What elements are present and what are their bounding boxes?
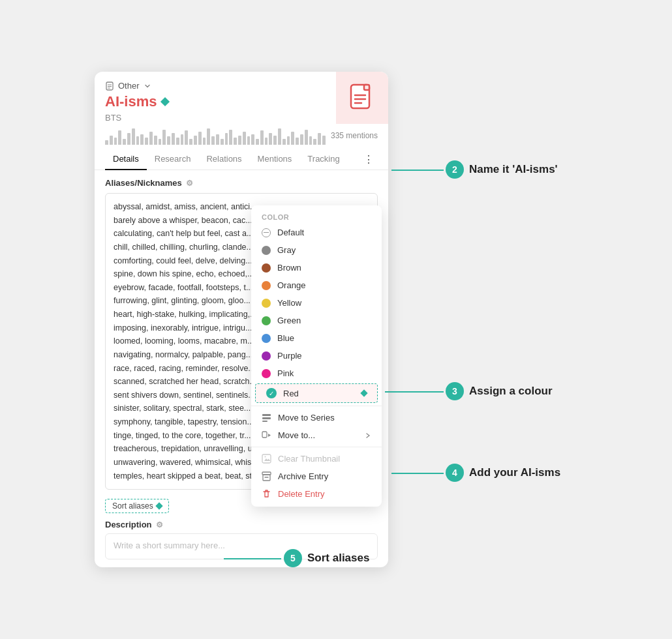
color-blue[interactable]: Blue <box>251 329 382 347</box>
annotation-5: 5 Sort aliases <box>284 549 369 567</box>
move-to-label: Move to... <box>278 430 315 440</box>
bar-segment <box>305 130 308 145</box>
pink-dot <box>262 369 271 378</box>
bar-segment <box>318 133 321 145</box>
gray-dot <box>262 246 271 255</box>
tab-details[interactable]: Details <box>105 149 147 170</box>
color-purple[interactable]: Purple <box>251 347 382 364</box>
bar-segment <box>313 139 316 145</box>
bar-segment <box>238 136 241 145</box>
clear-thumbnail-item[interactable]: Clear Thumbnail <box>251 450 382 468</box>
bar-segment <box>105 140 108 145</box>
color-brown[interactable]: Brown <box>251 259 382 276</box>
delete-entry-label: Delete Entry <box>278 489 325 499</box>
color-green-label: Green <box>277 316 301 325</box>
bar-segment <box>291 132 294 145</box>
annotation-badge-3: 3 <box>446 382 464 400</box>
sort-aliases-button[interactable]: Sort aliases <box>105 499 169 513</box>
color-red[interactable]: Red <box>255 383 378 403</box>
annotation-badge-5: 5 <box>284 549 302 567</box>
bar-segment <box>154 136 157 145</box>
connector-line-4 <box>391 473 444 474</box>
divider-1 <box>251 406 382 406</box>
bar-segment <box>123 139 126 145</box>
color-default-label: Default <box>277 228 304 237</box>
tab-tracking[interactable]: Tracking <box>299 149 347 170</box>
bar-segment <box>207 128 210 145</box>
color-yellow-label: Yellow <box>277 298 301 308</box>
aliases-section-label: Aliases/Nicknames ⚙ <box>105 178 378 188</box>
bar-segment <box>110 136 113 145</box>
annotation-4: 4 Add your AI-isms <box>446 464 560 482</box>
bar-segment <box>185 130 188 145</box>
move-series-icon <box>262 413 271 423</box>
color-gray[interactable]: Gray <box>251 241 382 259</box>
bar-segment <box>136 136 140 145</box>
blue-dot <box>262 334 271 343</box>
bar-segment <box>167 136 170 145</box>
mentions-count: 335 mentions <box>331 131 378 140</box>
bar-segment <box>247 136 251 145</box>
description-label-text: Description <box>105 520 152 529</box>
move-to-item[interactable]: Move to... <box>251 426 382 444</box>
category-label: Other <box>118 81 140 91</box>
annotation-text-4: Add your AI-isms <box>469 466 560 479</box>
description-settings-icon[interactable]: ⚙ <box>156 520 163 529</box>
bar-segment <box>198 132 202 145</box>
color-purple-label: Purple <box>277 351 302 361</box>
purple-dot <box>262 351 271 361</box>
color-yellow[interactable]: Yellow <box>251 294 382 312</box>
move-to-series-label: Move to Series <box>278 413 335 423</box>
bar-segment <box>283 139 286 145</box>
annotation-badge-2: 2 <box>446 160 464 179</box>
tab-research[interactable]: Research <box>147 149 199 170</box>
bar-segment <box>287 136 290 145</box>
archive-icon <box>262 471 271 481</box>
tabs-row: Details Research Relations Mentions Trac… <box>95 149 388 170</box>
tab-relations[interactable]: Relations <box>198 149 249 170</box>
sort-diamond-icon <box>155 502 162 509</box>
color-pink[interactable]: Pink <box>251 364 382 382</box>
annotation-text-3: Assign a colour <box>469 385 553 398</box>
red-selected-check <box>266 388 277 398</box>
clear-thumb-icon <box>262 454 271 464</box>
bar-segment <box>322 136 326 145</box>
bar-segment <box>256 139 259 145</box>
svg-rect-9 <box>262 414 271 416</box>
bar-segment <box>140 134 144 145</box>
tab-more-button[interactable]: ⋮ <box>359 150 378 168</box>
svg-point-14 <box>265 456 266 458</box>
annotation-3: 3 Assign a colour <box>446 382 553 400</box>
svg-rect-12 <box>262 432 267 438</box>
tab-mentions[interactable]: Mentions <box>250 149 300 170</box>
default-icon <box>262 228 271 237</box>
color-gray-label: Gray <box>277 245 296 255</box>
sort-aliases-label: Sort aliases <box>112 501 153 511</box>
brown-dot <box>262 263 271 273</box>
green-dot <box>262 316 271 325</box>
description-label: Description ⚙ <box>105 520 378 529</box>
bar-segment <box>260 130 264 145</box>
aliases-settings-icon[interactable]: ⚙ <box>186 179 193 188</box>
bar-segment <box>309 136 313 145</box>
color-blue-label: Blue <box>277 333 294 343</box>
bar-segment <box>145 138 148 145</box>
color-green[interactable]: Green <box>251 312 382 329</box>
bar-segment <box>278 128 281 145</box>
bar-segment <box>149 132 153 145</box>
bar-segment <box>114 138 117 145</box>
bar-segment <box>251 134 254 145</box>
bar-segment <box>229 130 232 145</box>
file-icon-background <box>336 72 388 124</box>
color-default[interactable]: Default <box>251 224 382 241</box>
archive-entry-item[interactable]: Archive Entry <box>251 468 382 485</box>
title-text: AI-isms <box>105 93 157 110</box>
delete-entry-item[interactable]: Delete Entry <box>251 485 382 503</box>
chevron-down-icon[interactable] <box>144 82 151 90</box>
color-orange[interactable]: Orange <box>251 276 382 294</box>
bar-segment <box>300 134 303 145</box>
delete-icon <box>262 489 271 499</box>
move-to-series-item[interactable]: Move to Series <box>251 409 382 426</box>
archive-entry-label: Archive Entry <box>278 471 328 481</box>
clear-thumbnail-label: Clear Thumbnail <box>278 454 340 464</box>
